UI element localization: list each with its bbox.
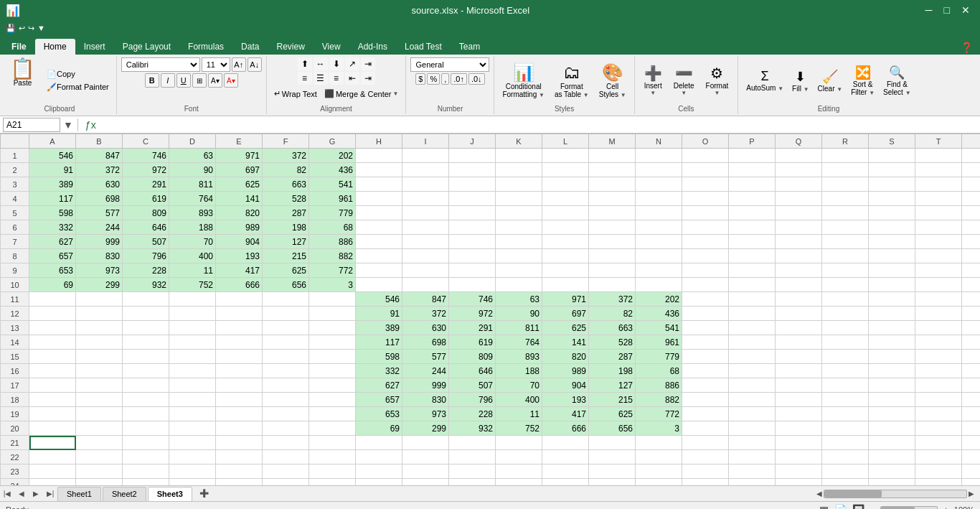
cell[interactable]: 656 bbox=[589, 421, 636, 436]
scroll-right-btn[interactable]: ▶ bbox=[969, 490, 974, 498]
normal-view-btn[interactable]: ▦ bbox=[819, 504, 829, 510]
cell[interactable] bbox=[962, 292, 981, 307]
zoom-in-btn[interactable]: + bbox=[943, 505, 948, 510]
cell[interactable] bbox=[776, 249, 822, 263]
cell[interactable] bbox=[915, 350, 962, 364]
sheet-tab-2[interactable]: Sheet2 bbox=[103, 487, 146, 501]
cell[interactable]: 646 bbox=[123, 220, 169, 235]
cell[interactable] bbox=[822, 479, 869, 486]
tab-file[interactable]: File bbox=[3, 39, 35, 55]
row-num-17[interactable]: 17 bbox=[1, 378, 29, 393]
tab-addins[interactable]: Add-Ins bbox=[349, 39, 396, 55]
cell[interactable] bbox=[729, 321, 776, 335]
cell[interactable] bbox=[822, 421, 869, 436]
cell[interactable] bbox=[636, 263, 682, 278]
cell[interactable]: 90 bbox=[496, 307, 542, 321]
cell[interactable] bbox=[449, 220, 496, 235]
cell[interactable] bbox=[589, 192, 636, 206]
cell[interactable] bbox=[449, 235, 496, 249]
center-align-btn[interactable]: ☰ bbox=[314, 72, 328, 85]
cell[interactable] bbox=[822, 263, 869, 278]
cell[interactable] bbox=[29, 364, 76, 378]
cell[interactable] bbox=[169, 292, 216, 307]
cell[interactable] bbox=[29, 321, 76, 335]
cell[interactable] bbox=[589, 163, 636, 177]
cell[interactable] bbox=[449, 163, 496, 177]
autosum-btn[interactable]: Σ AutoSum ▼ bbox=[743, 67, 787, 94]
cell[interactable]: 811 bbox=[496, 321, 542, 335]
cell[interactable] bbox=[915, 163, 962, 177]
cell[interactable] bbox=[822, 378, 869, 393]
col-header-R[interactable]: R bbox=[822, 134, 869, 149]
cell[interactable]: 11 bbox=[169, 263, 216, 278]
cell[interactable]: 546 bbox=[29, 149, 76, 163]
cell[interactable]: 886 bbox=[636, 378, 682, 393]
cell[interactable] bbox=[822, 450, 869, 464]
cell[interactable] bbox=[915, 292, 962, 307]
clear-btn[interactable]: 🧹 Clear ▼ bbox=[814, 67, 847, 95]
cell[interactable] bbox=[822, 206, 869, 220]
cell[interactable]: 372 bbox=[589, 292, 636, 307]
cell[interactable] bbox=[682, 335, 729, 350]
cell[interactable]: 625 bbox=[589, 407, 636, 421]
cell[interactable] bbox=[776, 292, 822, 307]
cell[interactable]: 657 bbox=[356, 393, 402, 407]
cell[interactable]: 193 bbox=[216, 249, 263, 263]
cell[interactable] bbox=[822, 364, 869, 378]
col-header-J[interactable]: J bbox=[449, 134, 496, 149]
select-all-btn[interactable] bbox=[1, 134, 29, 149]
cell[interactable] bbox=[402, 177, 449, 192]
cell[interactable] bbox=[776, 177, 822, 192]
cell[interactable] bbox=[542, 177, 589, 192]
cell[interactable] bbox=[962, 192, 981, 206]
col-header-C[interactable]: C bbox=[123, 134, 169, 149]
cell[interactable]: 117 bbox=[356, 335, 402, 350]
cell[interactable] bbox=[123, 436, 169, 450]
cell[interactable]: 3 bbox=[309, 278, 356, 292]
font-size-select[interactable]: 11 bbox=[202, 57, 230, 72]
cell[interactable] bbox=[822, 163, 869, 177]
cell[interactable] bbox=[822, 177, 869, 192]
cell[interactable] bbox=[29, 407, 76, 421]
decrease-indent-btn[interactable]: ⇤ bbox=[345, 72, 359, 85]
cell[interactable] bbox=[776, 149, 822, 163]
row-num-11[interactable]: 11 bbox=[1, 292, 29, 307]
cell[interactable]: 228 bbox=[123, 263, 169, 278]
cell[interactable] bbox=[682, 220, 729, 235]
cell[interactable]: 11 bbox=[496, 407, 542, 421]
cell[interactable] bbox=[682, 393, 729, 407]
cell[interactable]: 698 bbox=[76, 192, 123, 206]
cell[interactable] bbox=[962, 235, 981, 249]
cell[interactable]: 653 bbox=[356, 407, 402, 421]
cell[interactable] bbox=[822, 393, 869, 407]
cell[interactable] bbox=[636, 450, 682, 464]
cell[interactable] bbox=[402, 235, 449, 249]
cell[interactable] bbox=[776, 192, 822, 206]
cell[interactable] bbox=[682, 464, 729, 479]
cell[interactable] bbox=[682, 149, 729, 163]
cell[interactable] bbox=[776, 307, 822, 321]
cell[interactable] bbox=[123, 421, 169, 436]
cell[interactable] bbox=[869, 393, 915, 407]
col-header-O[interactable]: O bbox=[682, 134, 729, 149]
cell[interactable] bbox=[29, 421, 76, 436]
cell[interactable] bbox=[869, 335, 915, 350]
cell[interactable] bbox=[29, 350, 76, 364]
cell[interactable]: 698 bbox=[402, 335, 449, 350]
cell[interactable]: 764 bbox=[169, 192, 216, 206]
indent-btn[interactable]: ⇥ bbox=[361, 57, 375, 70]
fill-btn[interactable]: ⬇ Fill ▼ bbox=[788, 67, 812, 95]
cell[interactable] bbox=[915, 464, 962, 479]
formula-expand-btn[interactable]: ▼ bbox=[63, 119, 73, 131]
cell[interactable] bbox=[915, 321, 962, 335]
font-color-btn[interactable]: A▾ bbox=[224, 73, 238, 88]
cell[interactable]: 796 bbox=[449, 393, 496, 407]
cell[interactable] bbox=[216, 450, 263, 464]
cell[interactable] bbox=[402, 249, 449, 263]
cell[interactable] bbox=[729, 149, 776, 163]
cell[interactable] bbox=[263, 421, 309, 436]
row-num-12[interactable]: 12 bbox=[1, 307, 29, 321]
wrap-text-btn[interactable]: ↵ Wrap Text bbox=[271, 88, 320, 100]
cell[interactable] bbox=[636, 149, 682, 163]
cell[interactable]: 663 bbox=[263, 177, 309, 192]
